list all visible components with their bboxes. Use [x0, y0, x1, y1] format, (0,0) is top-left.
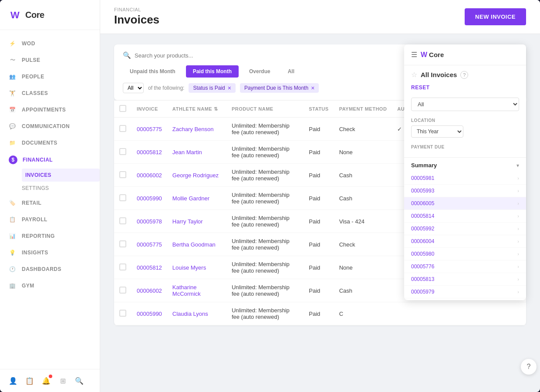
chip-payment-due-remove[interactable]: × — [311, 85, 314, 91]
help-fab[interactable]: ? — [521, 359, 537, 375]
tab-unpaid[interactable]: Unpaid this Month — [123, 65, 182, 78]
new-invoice-button[interactable]: NEW INVOICE — [465, 8, 526, 25]
invoice-link-4[interactable]: 00005978 — [137, 218, 162, 225]
payment-method-3: Cash — [334, 187, 392, 210]
chevron-down-icon: ▾ — [516, 162, 519, 169]
search-input[interactable] — [135, 52, 265, 59]
row-checkbox-8[interactable] — [119, 310, 126, 317]
user-icon[interactable]: 👤 — [9, 376, 17, 385]
pulse-icon: 〜 — [9, 56, 17, 64]
panel-invoice-item[interactable]: 00005981 › — [404, 172, 526, 185]
sidebar-item-documents[interactable]: 📁 DOCUMENTS — [0, 135, 100, 151]
sidebar-item-gym[interactable]: 🏢 GYM — [0, 277, 100, 294]
athlete-link-4[interactable]: Harry Taylor — [172, 218, 203, 225]
reset-button[interactable]: RESET — [411, 84, 430, 91]
invoice-link-1[interactable]: 00005812 — [137, 149, 162, 155]
panel-invoice-list: 00005981 › 00005993 › 00006005 › 0000581… — [404, 170, 526, 300]
sidebar-item-people[interactable]: 👥 PEOPLE — [0, 68, 100, 85]
sidebar-financial-sub: INVOICES SETTINGS — [0, 169, 100, 195]
athlete-link-6[interactable]: Louise Myers — [172, 264, 206, 271]
athlete-link-2[interactable]: George Rodriguez — [172, 172, 219, 179]
sidebar-item-insights[interactable]: 💡 INSIGHTS — [0, 244, 100, 261]
sidebar-item-label: WOD — [22, 41, 35, 47]
sidebar-item-communication[interactable]: 💬 COMMUNICATION — [0, 118, 100, 135]
invoice-link-7[interactable]: 00006002 — [137, 287, 162, 294]
all-select[interactable]: All — [123, 83, 144, 93]
panel-invoice-num: 00006005 — [411, 200, 434, 206]
grid-icon[interactable]: ⊞ — [58, 376, 67, 385]
row-checkbox-1[interactable] — [119, 148, 126, 155]
sidebar-sub-item-invoices[interactable]: INVOICES — [22, 169, 100, 182]
sidebar-item-wod[interactable]: ⚡ WOD — [0, 35, 100, 52]
athlete-link-0[interactable]: Zachary Benson — [172, 126, 214, 132]
bell-icon[interactable]: 🔔 — [42, 376, 51, 385]
search-bottom-icon[interactable]: 🔍 — [75, 376, 84, 385]
row-checkbox-5[interactable] — [119, 240, 126, 247]
panel-invoice-item[interactable]: 00005992 › — [404, 223, 526, 235]
product-name-6: Unlimited: Membership fee (auto renewed) — [226, 256, 304, 279]
invoice-link-2[interactable]: 00006002 — [137, 172, 162, 179]
panel-location-select[interactable]: This Year Last Year Last Month This Mont… — [411, 125, 463, 138]
row-checkbox-4[interactable] — [119, 217, 126, 224]
tab-paid[interactable]: Paid this Month — [186, 65, 239, 78]
sidebar-nav: ⚡ WOD 〜 PULSE 👥 PEOPLE 🏋️ CLASSES 📅 APPO… — [0, 30, 100, 369]
panel-help-icon[interactable]: ? — [460, 71, 468, 79]
panel-invoice-item[interactable]: 00005814 › — [404, 210, 526, 223]
star-icon[interactable]: ☆ — [411, 71, 417, 79]
product-name-2: Unlimited: Membership fee (auto renewed) — [226, 164, 304, 187]
panel-invoice-item[interactable]: 00006005 › — [404, 197, 526, 210]
tab-overdue[interactable]: Overdue — [242, 65, 277, 78]
athlete-link-3[interactable]: Mollie Gardner — [172, 195, 209, 202]
athlete-link-7[interactable]: Katharine McCormick — [172, 284, 201, 297]
panel-invoice-item[interactable]: 00005993 › — [404, 185, 526, 197]
sidebar-item-label: CLASSES — [22, 90, 48, 96]
sidebar-item-payroll[interactable]: 📋 PAYROLL — [0, 211, 100, 228]
invoice-link-5[interactable]: 00005775 — [137, 241, 162, 248]
panel-invoice-item[interactable]: 00005980 › — [404, 248, 526, 260]
of-text: of the following: — [148, 85, 184, 91]
chip-status-remove[interactable]: × — [228, 85, 231, 91]
sidebar-item-pulse[interactable]: 〜 PULSE — [0, 52, 100, 68]
panel-invoice-item[interactable]: 00005776 › — [404, 260, 526, 273]
row-checkbox-0[interactable] — [119, 125, 126, 132]
invoice-link-8[interactable]: 00005990 — [137, 311, 162, 317]
chevron-right-icon: › — [517, 277, 519, 282]
row-checkbox-2[interactable] — [119, 171, 126, 178]
row-checkbox-6[interactable] — [119, 264, 126, 270]
tab-all[interactable]: All — [281, 65, 301, 78]
sidebar-item-financial[interactable]: $ FINANCIAL — [0, 151, 100, 169]
chevron-right-icon: › — [517, 239, 519, 244]
row-checkbox-7[interactable] — [119, 287, 126, 294]
panel-status-select[interactable]: All Paid Unpaid Overdue — [411, 98, 519, 111]
invoice-link-6[interactable]: 00005812 — [137, 264, 162, 271]
auto-bill-8 — [392, 302, 430, 325]
chevron-right-icon: › — [517, 213, 519, 219]
athlete-link-1[interactable]: Jean Martin — [172, 149, 202, 155]
sidebar-item-retail[interactable]: 🏷️ RETAIL — [0, 195, 100, 211]
invoice-link-3[interactable]: 00005990 — [137, 195, 162, 202]
panel-invoice-item[interactable]: 00006004 › — [404, 235, 526, 248]
status-8: Paid — [304, 302, 334, 325]
sidebar-item-reporting[interactable]: 📊 REPORTING — [0, 228, 100, 244]
chevron-right-icon: › — [517, 264, 519, 269]
panel-menu-icon[interactable]: ☰ — [411, 51, 417, 59]
sidebar-sub-item-settings[interactable]: SETTINGS — [22, 182, 100, 195]
panel-invoice-item[interactable]: 00005979 › — [404, 286, 526, 298]
sidebar-item-dashboards[interactable]: 🕐 DASHBOARDS — [0, 261, 100, 277]
clipboard-icon[interactable]: 📋 — [25, 376, 34, 385]
panel-logo-w: W — [421, 51, 427, 59]
panel-invoice-item[interactable]: 00005813 › — [404, 273, 526, 286]
row-checkbox-3[interactable] — [119, 194, 126, 201]
panel-invoice-num: 00005993 — [411, 188, 434, 194]
top-header: FINANCIAL Invoices NEW INVOICE — [100, 0, 540, 34]
sidebar-item-appointments[interactable]: 📅 APPOINTMENTS — [0, 101, 100, 118]
athlete-link-8[interactable]: Claudia Lyons — [172, 311, 208, 317]
invoice-link-0[interactable]: 00005775 — [137, 126, 162, 132]
panel-summary-header[interactable]: Summary ▾ — [404, 157, 526, 170]
payment-method-8: C — [334, 302, 392, 325]
chevron-right-icon: › — [517, 201, 519, 206]
col-athlete[interactable]: ATHLETE NAME ⇅ — [167, 101, 226, 118]
athlete-link-5[interactable]: Bertha Goodman — [172, 241, 216, 248]
sidebar-item-classes[interactable]: 🏋️ CLASSES — [0, 85, 100, 101]
select-all-checkbox[interactable] — [119, 105, 126, 112]
